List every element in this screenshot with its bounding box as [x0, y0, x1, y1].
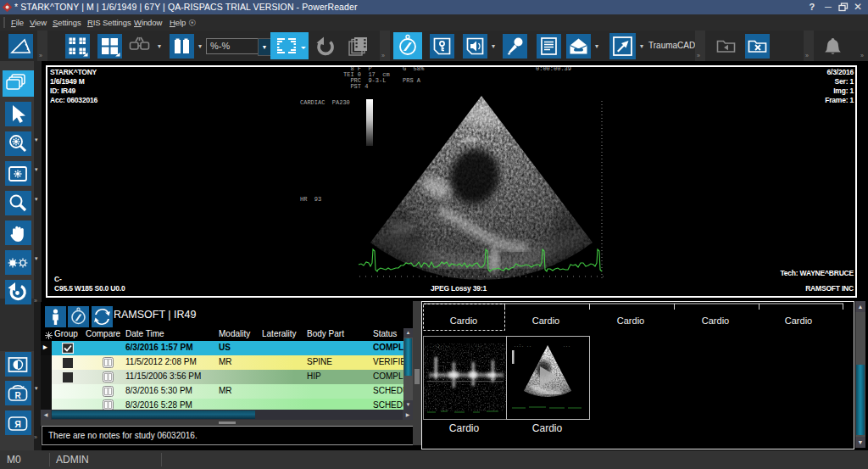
svg-text:...: ...	[475, 343, 482, 349]
svg-text:Я: Я	[14, 419, 21, 429]
svg-text:...: ...	[563, 343, 570, 349]
svg-text:R: R	[14, 391, 21, 400]
svg-text:..:. ..: ..:. ..	[514, 343, 531, 349]
svg-text:..:. ..: ..:. ..	[432, 343, 450, 349]
